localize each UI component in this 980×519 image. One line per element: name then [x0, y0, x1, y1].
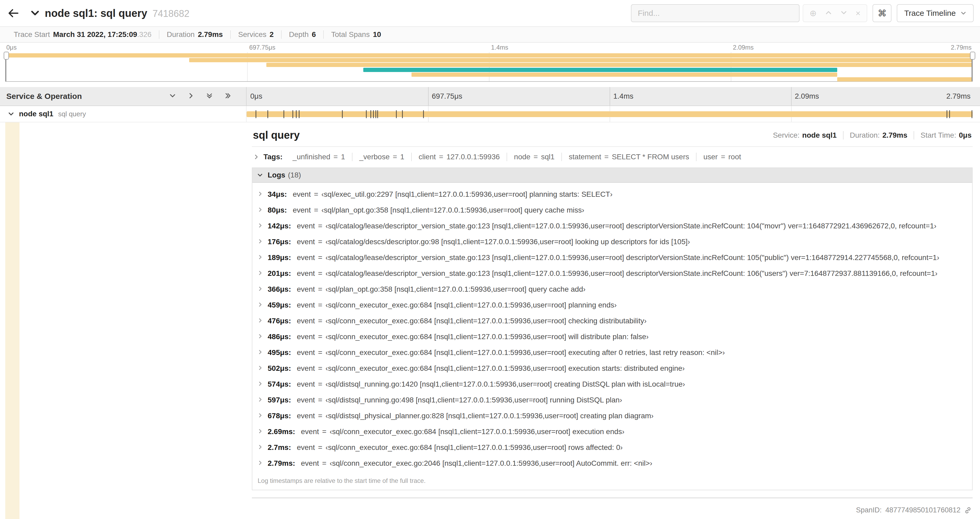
- find-prev-chevron-up-icon[interactable]: [825, 8, 832, 18]
- log-field-value: ‹sql/exec_util.go:2297 [nsql1,client=127…: [321, 190, 612, 198]
- log-field-value: ‹sql/conn_executor_exec.go:684 [nsql1,cl…: [326, 332, 649, 341]
- log-marker[interactable]: [366, 110, 367, 118]
- log-marker[interactable]: [293, 110, 293, 118]
- log-entry[interactable]: 366μs: event=‹sql/plan_opt.go:358 [nsql1…: [252, 281, 972, 297]
- log-marker[interactable]: [296, 110, 297, 118]
- log-timestamp: 574μs:: [268, 380, 291, 389]
- span-row[interactable]: node sql1 sql query: [0, 106, 980, 122]
- ruler-tick: 2.09ms: [795, 87, 819, 105]
- log-marker[interactable]: [371, 110, 371, 118]
- log-marker[interactable]: [396, 110, 397, 118]
- log-timestamp: 176μs:: [268, 237, 291, 247]
- log-field-key: event: [297, 443, 315, 452]
- log-marker[interactable]: [256, 110, 256, 118]
- tags-accordion[interactable]: Tags: _unfinished=1 _verbose=1: [252, 147, 973, 168]
- log-marker[interactable]: [342, 110, 343, 118]
- minimap-canvas[interactable]: [5, 52, 973, 82]
- log-timestamp: 142μs:: [268, 221, 291, 231]
- trace-minimap: 0μs 697.75μs 1.4ms 2.09ms 2.79ms: [5, 43, 973, 82]
- span-detail-container: sql query Service:node sql1 Duration:2.7…: [247, 122, 980, 519]
- log-marker[interactable]: [283, 110, 284, 118]
- log-field-key: event: [297, 269, 315, 278]
- trace-info-item: Depth 6: [281, 30, 323, 39]
- minimap-tick: 1.4ms: [491, 44, 508, 51]
- log-field-value: ‹sql/catalog/lease/descriptor_version_st…: [326, 269, 938, 278]
- focus-matches-icon[interactable]: ⊕: [810, 8, 817, 18]
- log-equals: =: [322, 428, 326, 436]
- chevron-right-icon: [258, 428, 263, 434]
- log-field-value: ‹sql/distsql_running.go:1420 [nsql1,clie…: [326, 380, 685, 388]
- log-entry[interactable]: 502μs: event=‹sql/conn_executor_exec.go:…: [252, 361, 972, 376]
- meta-label: Duration:: [850, 131, 880, 139]
- collapse-one-chevron-down-icon[interactable]: [169, 91, 176, 101]
- log-marker[interactable]: [377, 110, 378, 118]
- span-meta-item: Start Time:0μs: [913, 131, 972, 139]
- log-field-value: ‹sql/catalog/lease/descriptor_version_st…: [326, 222, 937, 230]
- log-marker[interactable]: [299, 110, 299, 118]
- log-field-value: ‹sql/conn_executor_exec.go:2046 [nsql1,c…: [329, 459, 652, 467]
- log-marker[interactable]: [267, 110, 268, 118]
- find-input[interactable]: [631, 4, 800, 22]
- log-marker[interactable]: [375, 110, 376, 118]
- collapse-all-icon[interactable]: [206, 91, 213, 101]
- span-row-timeline[interactable]: [247, 106, 973, 122]
- log-marker[interactable]: [402, 110, 403, 118]
- log-equals: =: [318, 332, 322, 341]
- log-entry[interactable]: 486μs: event=‹sql/conn_executor_exec.go:…: [252, 329, 972, 345]
- link-icon[interactable]: [964, 506, 972, 514]
- expand-one-chevron-right-icon[interactable]: [188, 91, 194, 101]
- log-entry[interactable]: 80μs: event=‹sql/plan_opt.go:358 [nsql1,…: [252, 202, 972, 218]
- range-scrubber-left[interactable]: [5, 52, 6, 81]
- minimap-span-bar: [837, 77, 973, 81]
- tag-key: client: [418, 153, 436, 161]
- minimap-span-bar: [5, 53, 973, 57]
- log-entry[interactable]: 2.79ms: event=‹sql/conn_executor_exec.go…: [252, 455, 972, 471]
- minimap-tick: 697.75μs: [249, 44, 275, 51]
- collapse-trace-chevron-down-icon[interactable]: [30, 9, 40, 18]
- log-timestamp: 366μs:: [268, 284, 291, 294]
- log-entry[interactable]: 476μs: event=‹sql/conn_executor_exec.go:…: [252, 313, 972, 329]
- minimap-span-bar: [266, 63, 973, 67]
- tag-item: statement=SELECT * FROM users: [562, 153, 696, 161]
- ruler-tick: 697.75μs: [432, 87, 462, 105]
- minimap-bars: [5, 52, 973, 81]
- trace-view-selector[interactable]: Trace Timeline: [897, 4, 974, 22]
- keyboard-shortcuts-button[interactable]: ⌘: [872, 4, 891, 22]
- tag-value: sql1: [541, 153, 555, 161]
- log-entry[interactable]: 495μs: event=‹sql/conn_executor_exec.go:…: [252, 345, 972, 361]
- log-marker[interactable]: [423, 110, 424, 118]
- log-field-value: ‹sql/conn_executor_exec.go:684 [nsql1,cl…: [326, 348, 725, 356]
- tag-equals: =: [393, 153, 397, 161]
- log-entry[interactable]: 189μs: event=‹sql/catalog/lease/descript…: [252, 250, 972, 265]
- log-marker[interactable]: [949, 110, 950, 118]
- log-marker[interactable]: [947, 110, 947, 118]
- log-marker[interactable]: [373, 110, 374, 118]
- log-entry[interactable]: 2.7ms: event=‹sql/conn_executor_exec.go:…: [252, 440, 972, 455]
- chevron-right-icon: [253, 154, 259, 160]
- span-indent-guide[interactable]: [5, 122, 19, 519]
- span-row-label[interactable]: node sql1 sql query: [0, 106, 247, 122]
- trace-title-text: node sql1: sql query: [45, 7, 147, 19]
- logs-accordion-header[interactable]: Logs (18): [252, 168, 972, 183]
- log-entry[interactable]: 176μs: event=‹sql/catalog/descs/descript…: [252, 234, 972, 250]
- log-field-value: ‹sql/plan_opt.go:358 [nsql1,client=127.0…: [321, 206, 584, 214]
- log-entry[interactable]: 459μs: event=‹sql/conn_executor_exec.go:…: [252, 297, 972, 313]
- back-button[interactable]: [7, 7, 25, 19]
- range-scrubber-right[interactable]: [972, 52, 973, 81]
- log-entry[interactable]: 678μs: event=‹sql/distsql_physical_plann…: [252, 408, 972, 424]
- trace-info-item: Services 2: [230, 30, 281, 39]
- logs-section: Logs (18) 34μs: event=‹sql/exec_util.go:…: [252, 168, 973, 490]
- tag-value: 1: [400, 153, 404, 161]
- log-entry[interactable]: 597μs: event=‹sql/distsql_running.go:498…: [252, 392, 972, 408]
- log-marker[interactable]: [972, 110, 972, 118]
- log-entry[interactable]: 574μs: event=‹sql/distsql_running.go:142…: [252, 376, 972, 392]
- find-next-chevron-down-icon[interactable]: [840, 8, 847, 18]
- log-entry[interactable]: 34μs: event=‹sql/exec_util.go:2297 [nsql…: [252, 187, 972, 202]
- expand-all-icon[interactable]: [224, 91, 231, 101]
- log-entry[interactable]: 142μs: event=‹sql/catalog/lease/descript…: [252, 218, 972, 234]
- log-timestamp: 502μs:: [268, 364, 291, 373]
- chevron-down-icon[interactable]: [8, 111, 14, 117]
- clear-find-icon[interactable]: ×: [856, 8, 861, 18]
- log-entry[interactable]: 201μs: event=‹sql/catalog/lease/descript…: [252, 265, 972, 281]
- log-entry[interactable]: 2.69ms: event=‹sql/conn_executor_exec.go…: [252, 424, 972, 440]
